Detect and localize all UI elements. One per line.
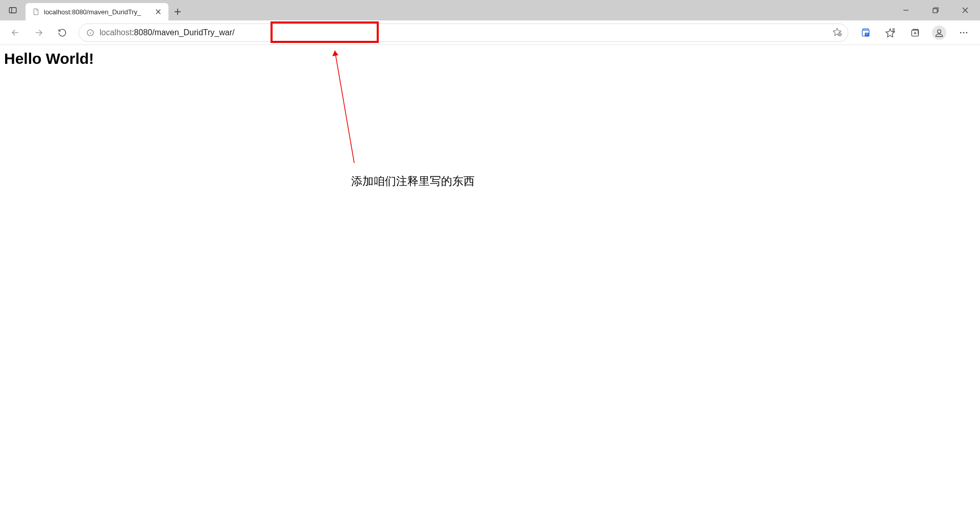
svg-point-32 [966,32,968,33]
svg-point-30 [960,32,962,33]
page-document-icon [32,8,40,16]
minimize-button[interactable] [891,0,921,20]
close-window-button[interactable] [950,0,980,20]
browser-toolbar: localhost:8080/maven_DuridTry_war/ [0,20,980,45]
close-tab-button[interactable] [154,8,162,16]
back-button[interactable] [5,23,26,42]
svg-point-29 [938,30,941,33]
avatar-icon [932,26,946,40]
svg-rect-20 [865,33,869,37]
toolbar-right-icons [854,23,975,42]
url-text: localhost:8080/maven_DuridTry_war/ [100,28,827,37]
browser-tab[interactable]: localhost:8080/maven_DuridTry_ [26,3,168,20]
favorites-icon[interactable] [879,23,901,42]
shopping-icon[interactable] [854,23,877,42]
settings-more-button[interactable] [952,23,975,42]
address-bar[interactable]: localhost:8080/maven_DuridTry_war/ [79,23,848,42]
tab-title: localhost:8080/maven_DuridTry_ [44,8,150,16]
svg-rect-0 [9,8,16,13]
refresh-button[interactable] [52,23,72,42]
tab-actions-icon[interactable] [0,0,26,20]
window-titlebar: localhost:8080/maven_DuridTry_ [0,0,980,20]
svg-point-31 [963,32,965,33]
svg-rect-7 [933,9,937,13]
page-heading: Hello World! [0,45,980,73]
window-controls [891,0,980,20]
new-tab-button[interactable] [168,3,187,20]
collections-icon[interactable] [903,23,926,42]
page-content: Hello World! [0,45,980,73]
url-path: :8080/maven_DuridTry_war/ [132,28,234,37]
url-host: localhost [100,28,132,37]
site-info-icon[interactable] [86,29,94,37]
annotation-text: 添加咱们注释里写的东西 [351,174,475,189]
profile-button[interactable] [928,23,950,42]
maximize-button[interactable] [921,0,950,20]
forward-button[interactable] [29,23,49,42]
add-favorite-icon[interactable] [832,27,842,38]
